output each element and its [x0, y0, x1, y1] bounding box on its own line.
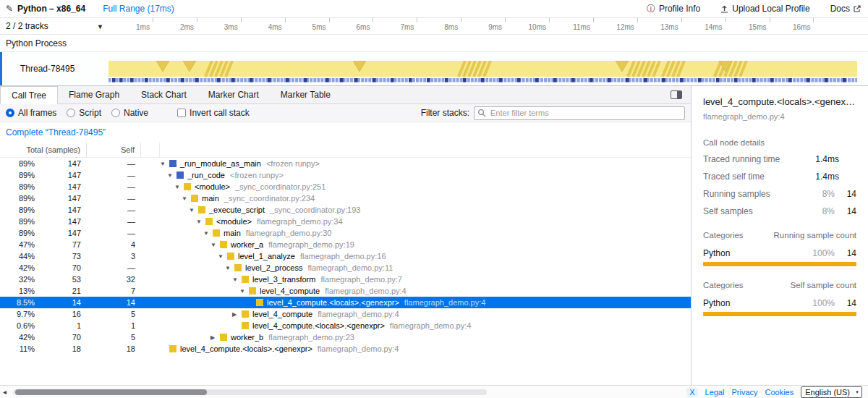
profile-name: Python – x86_64: [17, 4, 85, 14]
docs-link[interactable]: Docs: [830, 4, 861, 14]
row-frame: ▶worker_bflamegraph_demo.py:23: [160, 333, 691, 342]
tab-marker-chart[interactable]: Marker Chart: [197, 86, 270, 103]
upload-profile-label: Upload Local Profile: [732, 4, 809, 14]
frame-category-icon: [249, 287, 256, 295]
call-tree-row[interactable]: 89%147—▼<module>flamegraph_demo.py:34: [0, 216, 691, 227]
horizontal-scrollbar-thumb[interactable]: [15, 389, 207, 395]
profile-info-button[interactable]: ⓘ Profile Info: [647, 3, 700, 15]
ruler-tick-label: 9ms: [466, 23, 502, 31]
call-tree-row[interactable]: 0.6%11level_4_compute.<locals>.<genexpr>…: [0, 320, 691, 331]
call-tree-row[interactable]: 89%147—▼_run_module_as_main<frozen runpy…: [0, 158, 691, 169]
process-label: Python Process: [6, 38, 67, 48]
radio-native[interactable]: [111, 109, 120, 117]
function-name: level_3_transform: [252, 275, 315, 284]
tab-call-tree[interactable]: Call Tree: [0, 86, 58, 104]
ruler-tick-label: 6ms: [333, 23, 370, 31]
radio-label[interactable]: Native: [124, 108, 148, 118]
row-self-samples: —: [87, 263, 141, 272]
radio-label[interactable]: Script: [79, 108, 101, 118]
thread-activity-track[interactable]: [109, 61, 857, 82]
horizontal-scrollbar[interactable]: [13, 389, 487, 395]
frame-category-icon: [184, 183, 191, 190]
expand-toggle-icon[interactable]: ▼: [189, 207, 198, 213]
call-tree-panel: Call TreeFlame GraphStack ChartMarker Ch…: [0, 86, 691, 397]
row-self-samples: —: [87, 229, 141, 237]
upload-profile-button[interactable]: Upload Local Profile: [720, 4, 809, 14]
full-range-link[interactable]: Full Range (17ms): [103, 4, 174, 14]
filter-bar: All framesScriptNative Invert call stack…: [0, 104, 691, 122]
row-self-samples: —: [87, 171, 141, 179]
tab-stack-chart[interactable]: Stack Chart: [130, 86, 197, 103]
root-range-link[interactable]: Complete “Thread-78495”: [0, 122, 106, 143]
expand-toggle-icon[interactable]: ▼: [160, 161, 169, 167]
file-location: flamegraph_demo.py:11: [308, 263, 393, 272]
row-self-samples: 7: [87, 287, 141, 295]
call-tree-row[interactable]: 89%147—▼main_sync_coordinator.py:234: [0, 192, 691, 204]
filter-stacks-input[interactable]: [474, 106, 685, 120]
thread-track-row[interactable]: Thread-78495: [0, 52, 868, 86]
call-tree-row[interactable]: 89%147—▼_execute_script_sync_coordinator…: [0, 204, 691, 216]
function-name: level_4_compute: [260, 287, 320, 295]
expand-toggle-icon[interactable]: ▶: [210, 334, 220, 341]
call-tree-row[interactable]: 89%147—▼_run_code<frozen runpy>: [0, 169, 691, 181]
expand-toggle-icon[interactable]: ▼: [218, 253, 227, 260]
column-header-self[interactable]: Self: [87, 143, 141, 157]
call-tree-rows: 89%147—▼_run_module_as_main<frozen runpy…: [0, 158, 691, 355]
call-tree-row[interactable]: 44%733▼level_1_analyzeflamegraph_demo.py…: [0, 250, 691, 262]
footer-link-cookies[interactable]: Cookies: [765, 388, 794, 397]
call-tree-row[interactable]: 9.7%165▶level_4_computeflamegraph_demo.p…: [0, 308, 691, 320]
expand-toggle-icon[interactable]: ▼: [239, 288, 249, 295]
column-header-total[interactable]: Total (samples): [0, 143, 87, 157]
call-tree-row[interactable]: 42%705▶worker_bflamegraph_demo.py:23: [0, 331, 691, 343]
call-tree-row[interactable]: 8.5%1414level_4_compute.<locals>.<genexp…: [0, 297, 691, 308]
expand-toggle-icon[interactable]: ▼: [225, 265, 234, 271]
row-total-samples: 147: [38, 217, 87, 226]
row-total-samples: 14: [38, 298, 87, 307]
tab-flame-graph[interactable]: Flame Graph: [58, 86, 130, 103]
file-location: flamegraph_demo.py:7: [320, 275, 402, 284]
radio-all-frames[interactable]: [6, 109, 14, 117]
timeline-ruler[interactable]: 2 / 2 tracks ▼ 1ms2ms3ms4ms5ms6ms7ms8ms9…: [0, 18, 868, 35]
file-location: <frozen runpy>: [230, 171, 284, 179]
file-location: flamegraph_demo.py:34: [257, 217, 343, 226]
row-frame: level_4_compute.<locals>.<genexpr>flameg…: [160, 298, 691, 307]
hscroll-left-arrow-icon[interactable]: ◂: [3, 388, 13, 396]
edit-profile-name-icon[interactable]: ✎: [6, 4, 13, 14]
profiler-app: ✎ Python – x86_64 Full Range (17ms) ⓘ Pr…: [0, 0, 868, 397]
expand-toggle-icon[interactable]: ▼: [182, 195, 191, 202]
expand-toggle-icon[interactable]: ▼: [210, 242, 220, 248]
footer-link-legal[interactable]: Legal: [705, 388, 725, 397]
process-row[interactable]: Python Process: [0, 35, 868, 52]
row-total-samples: 77: [38, 240, 87, 249]
row-frame: ▶level_4_computeflamegraph_demo.py:4: [160, 310, 691, 318]
invert-call-stack-label[interactable]: Invert call stack: [190, 108, 250, 118]
call-tree-row[interactable]: 89%147—▼<module>_sync_coordinator.py:251: [0, 181, 691, 192]
expand-toggle-icon[interactable]: ▼: [232, 276, 242, 283]
call-tree-row[interactable]: 32%5332▼level_3_transformflamegraph_demo…: [0, 274, 691, 285]
radio-script[interactable]: [67, 109, 75, 117]
radio-label[interactable]: All frames: [18, 108, 56, 118]
language-select[interactable]: English (US): [801, 386, 862, 398]
call-tree-row[interactable]: 42%70—▼level_2_processflamegraph_demo.py…: [0, 262, 691, 274]
call-tree-row[interactable]: 89%147—▼mainflamegraph_demo.py:30: [0, 227, 691, 239]
footer-close-button[interactable]: X: [686, 388, 697, 397]
tracks-dropdown-caret-icon[interactable]: ▼: [97, 23, 103, 30]
call-tree-row[interactable]: 11%1818level_4_compute.<locals>.<genexpr…: [0, 343, 691, 355]
invert-call-stack-checkbox[interactable]: [177, 109, 186, 117]
ruler-tick-mark: [461, 18, 461, 22]
expand-toggle-icon[interactable]: ▶: [232, 311, 242, 318]
call-tree-row[interactable]: 13%217▼level_4_computeflamegraph_demo.py…: [0, 285, 691, 297]
row-total-percent: 89%: [0, 159, 38, 168]
frame-category-icon: [198, 206, 205, 213]
detail-percent: 8%: [803, 206, 835, 216]
call-tree-row[interactable]: 47%774▼worker_aflamegraph_demo.py:19: [0, 239, 691, 250]
ruler-tick-label: 8ms: [422, 23, 458, 31]
expand-toggle-icon[interactable]: ▼: [196, 219, 205, 225]
ruler-tick-mark: [770, 18, 770, 22]
footer-link-privacy[interactable]: Privacy: [731, 388, 757, 397]
tab-marker-table[interactable]: Marker Table: [270, 86, 341, 103]
sidebar-toggle-icon[interactable]: [671, 90, 682, 99]
expand-toggle-icon[interactable]: ▼: [167, 172, 176, 179]
expand-toggle-icon[interactable]: ▼: [174, 184, 184, 190]
expand-toggle-icon[interactable]: ▼: [203, 230, 213, 237]
